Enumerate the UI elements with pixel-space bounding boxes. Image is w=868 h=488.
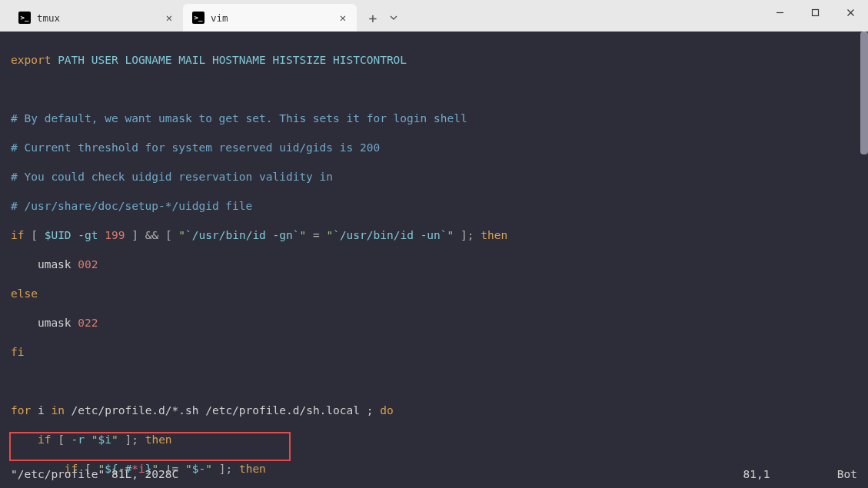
status-position: 81,1 Bot: [743, 467, 857, 482]
keyword-for: for: [11, 404, 31, 417]
var-uid: $UID: [45, 229, 72, 241]
comment: # /usr/share/doc/setup-*/uidgid file: [11, 199, 857, 214]
comment: # Current threshold for system reserved …: [11, 141, 857, 155]
chevron-down-icon: [390, 14, 397, 22]
env-vars-list: PATH USER LOGNAME MAIL HOSTNAME HISTSIZE…: [58, 54, 407, 66]
tab-strip: >_ tmux ✕ >_ vim ✕ +: [9, 4, 403, 32]
vim-status-line: "/etc/profile" 81L, 2028C 81,1 Bot: [11, 467, 857, 482]
tab-vim[interactable]: >_ vim ✕: [183, 4, 357, 32]
terminal-icon: >_: [192, 12, 205, 24]
keyword-fi: fi: [11, 346, 24, 358]
titlebar: >_ tmux ✕ >_ vim ✕ +: [0, 0, 868, 32]
tab-dropdown-button[interactable]: [384, 6, 403, 29]
terminal-icon: >_: [18, 12, 31, 24]
close-icon[interactable]: ✕: [337, 12, 349, 24]
keyword-then: then: [481, 229, 507, 241]
terminal-viewport[interactable]: export PATH USER LOGNAME MAIL HOSTNAME H…: [0, 32, 868, 488]
maximize-button[interactable]: [797, 0, 833, 25]
comment: # By default, we want umask to get set. …: [11, 111, 857, 126]
tab-tmux[interactable]: >_ tmux ✕: [9, 4, 183, 32]
tab-label: vim: [211, 12, 228, 24]
close-icon[interactable]: ✕: [163, 12, 175, 24]
minimize-button[interactable]: [762, 0, 797, 25]
keyword-do: do: [380, 404, 393, 417]
maximize-icon: [811, 8, 820, 17]
new-tab-button[interactable]: +: [361, 6, 384, 29]
status-file-info: "/etc/profile" 81L, 2028C: [11, 467, 178, 482]
minimize-icon: [776, 8, 784, 17]
window-controls: [762, 0, 868, 25]
keyword-export: export: [11, 54, 51, 66]
svg-rect-0: [812, 9, 818, 15]
keyword-in: in: [51, 404, 64, 417]
scrollbar-thumb[interactable]: [860, 32, 868, 154]
keyword-else: else: [11, 287, 38, 300]
tab-label: tmux: [37, 12, 60, 24]
keyword-if: if: [11, 229, 24, 241]
close-window-button[interactable]: [833, 0, 868, 25]
close-icon: [846, 8, 855, 17]
comment: # You could check uidgid reservation val…: [11, 170, 857, 184]
